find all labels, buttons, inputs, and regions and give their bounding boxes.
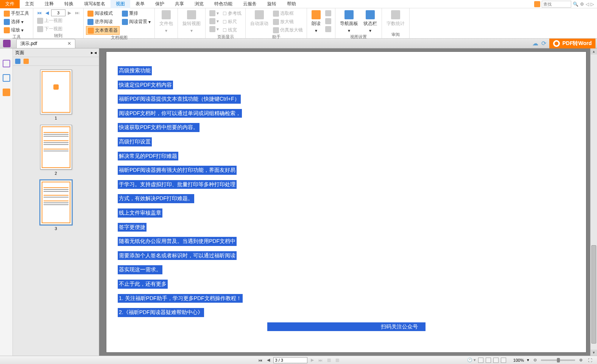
guides-check[interactable]: ☐ 参考线 xyxy=(221,9,243,17)
nav-panel-button[interactable]: 导航面板▾ xyxy=(338,9,360,34)
last-page-status[interactable]: ⏭ xyxy=(317,358,324,362)
view-continuous-icon[interactable] xyxy=(486,358,491,363)
status-bar-button[interactable]: 状态栏▾ xyxy=(361,9,379,34)
menu-help[interactable]: 帮助 xyxy=(282,0,301,8)
prev-page-button[interactable]: ◀ xyxy=(44,9,50,16)
pdf-to-word-button[interactable]: PDF转Word xyxy=(549,39,595,48)
facing-icon xyxy=(209,26,215,32)
read-opt2[interactable] xyxy=(324,17,333,25)
select-tool-button[interactable]: 选择 ▾ xyxy=(2,18,31,26)
word-count-button[interactable]: 字数统计 xyxy=(384,9,407,28)
comments-panel-icon[interactable] xyxy=(3,89,10,96)
cloud-icon[interactable]: ☁ xyxy=(532,40,538,47)
rotate-icon xyxy=(187,10,196,19)
next-view-button[interactable]: 下一视图 xyxy=(36,25,81,33)
reorder-button[interactable]: 重排 xyxy=(120,9,152,17)
zoom-tool-button[interactable]: 缩放 ▾ xyxy=(2,26,31,34)
read-bg-button[interactable]: 阅读背景 ▾ xyxy=(120,18,152,26)
nav-back-icon[interactable]: ◁ xyxy=(586,2,589,7)
menu-share[interactable]: 共享 xyxy=(170,0,189,8)
thumb-tool2-icon[interactable] xyxy=(23,59,29,64)
page-canvas[interactable]: 高级搜索功能 快速定位PDF文档内容 福昕PDF阅读器提供文本查找功能（快捷键C… xyxy=(106,51,586,353)
nav-fwd-icon[interactable]: ▷ xyxy=(591,2,594,7)
close-tab-icon[interactable]: ✕ xyxy=(67,41,71,46)
menu-view[interactable]: 视图 xyxy=(111,0,130,8)
zoom-in-button[interactable]: ⊕ xyxy=(578,358,584,362)
clock-icon[interactable]: 🕐 ▾ xyxy=(467,358,476,363)
menu-rotate[interactable]: 旋转 xyxy=(262,0,282,8)
zoom-dropdown-icon[interactable]: ▾ xyxy=(527,358,529,362)
read-aloud-button[interactable]: 朗读▾ xyxy=(309,9,323,37)
rotate-view-button[interactable]: 旋转视图▾ xyxy=(180,9,203,34)
menu-cloud[interactable]: 云服务 xyxy=(238,0,262,8)
group-label-page-display: 页面显示 xyxy=(208,34,243,40)
view-single-icon[interactable] xyxy=(478,358,483,363)
loupe-button[interactable]: 仿真放大镜 xyxy=(271,26,304,34)
reverse-read-button[interactable]: 逆序阅读 xyxy=(86,18,120,26)
menu-convert[interactable]: 转换 xyxy=(59,0,79,8)
view-cover-icon[interactable] xyxy=(501,358,506,363)
fullscreen-icon[interactable]: ⛶ xyxy=(587,358,593,362)
page-nav2[interactable]: ▥ xyxy=(334,358,340,362)
read-opt1[interactable] xyxy=(324,9,333,17)
autoscroll-button[interactable]: 自动滚动 xyxy=(248,9,271,34)
settings-icon[interactable]: ⚙ xyxy=(580,2,584,7)
zoom-slider-handle[interactable] xyxy=(557,358,560,362)
menu-browse[interactable]: 浏览 xyxy=(189,0,209,8)
scroll-thumb[interactable] xyxy=(591,245,596,344)
scroll-up-icon[interactable]: ▲ xyxy=(591,48,597,54)
menu-annotate[interactable]: 注释 xyxy=(39,0,59,8)
hand-tool-button[interactable]: 手型工具 xyxy=(2,9,31,17)
zoom-slider[interactable] xyxy=(541,359,575,361)
menu-home[interactable]: 主页 xyxy=(20,0,39,8)
last-page-button[interactable]: ⏭ xyxy=(73,9,81,16)
thumb-tool1-icon[interactable] xyxy=(15,59,20,64)
layout2-button[interactable]: ▾ xyxy=(208,17,220,25)
page-nav1[interactable]: ▥ xyxy=(326,358,332,362)
lineweight-check[interactable]: ☐ 线宽 xyxy=(221,26,243,34)
first-page-button[interactable]: ⏮ xyxy=(36,9,43,16)
ruler-check[interactable]: ☐ 标尺 xyxy=(221,18,243,26)
pages-panel-icon[interactable] xyxy=(3,74,10,82)
read-opt3[interactable] xyxy=(324,25,333,33)
thumbnail-1[interactable]: 1 xyxy=(13,70,99,120)
page-indicator-input[interactable] xyxy=(273,357,307,363)
thumbnail-2[interactable]: 2 xyxy=(13,125,99,176)
next-page-button[interactable]: ▶ xyxy=(66,9,73,16)
sync-icon[interactable]: ⟳ xyxy=(541,40,546,47)
scroll-down-icon[interactable]: ▼ xyxy=(591,350,597,356)
view-facing-icon[interactable] xyxy=(493,358,499,363)
layout1-button[interactable]: ▾ xyxy=(208,9,220,17)
read-mode-button[interactable]: 阅读模式 xyxy=(86,9,120,17)
prev-view-button[interactable]: 上一视图 xyxy=(36,17,81,25)
menu-form[interactable]: 表单 xyxy=(130,0,150,8)
prev-page-status[interactable]: ◀ xyxy=(266,358,271,362)
collapse-panel-icon[interactable]: ▸ xyxy=(91,50,93,55)
marquee-button[interactable]: 选取框 xyxy=(271,9,304,17)
layout3-button[interactable]: ▾ xyxy=(208,25,220,33)
magnifier-button[interactable]: 放大镜 xyxy=(271,18,304,26)
page-number-input[interactable] xyxy=(51,9,65,16)
group-label-goto: 转到 xyxy=(36,33,81,39)
vertical-scrollbar[interactable]: ▲ ▼ xyxy=(590,48,597,356)
first-page-status[interactable]: ⏮ xyxy=(257,358,263,362)
zoom-out-button[interactable]: ⊖ xyxy=(532,358,538,362)
thumbnail-3[interactable]: 3 xyxy=(13,180,99,231)
text-viewer-button[interactable]: 文本查看器 xyxy=(86,26,120,35)
ribbon-group-review: 字数统计 审阅 xyxy=(382,8,410,38)
select-icon xyxy=(4,19,10,25)
selected-text: 1. 关注福昕PDF助手，学习更多PDF文档操作教程！ xyxy=(118,294,243,303)
bookmarks-panel-icon[interactable] xyxy=(3,60,10,67)
menu-features[interactable]: 特色功能 xyxy=(209,0,238,8)
menu-protect[interactable]: 保护 xyxy=(150,0,170,8)
menu-file[interactable]: 文件 xyxy=(0,0,20,8)
ribbon-group-goto: ⏮ ◀ ▶ ⏭ 上一视图 下一视图 转到 xyxy=(33,8,84,38)
search-input[interactable] xyxy=(542,1,571,8)
close-panel-icon[interactable]: ◂ xyxy=(94,50,97,55)
menu-fill-sign[interactable]: 填写&签名 xyxy=(79,0,111,8)
document-tab[interactable]: 演示.pdf ✕ xyxy=(16,39,75,48)
file-package-button[interactable]: 文件包▾ xyxy=(157,9,175,34)
selected-text: 阅读PDF文档时，你可以通过单词或词组精确检索， xyxy=(118,109,242,118)
search-icon[interactable]: 🔍 xyxy=(573,2,578,7)
next-page-status[interactable]: ▶ xyxy=(310,358,315,362)
